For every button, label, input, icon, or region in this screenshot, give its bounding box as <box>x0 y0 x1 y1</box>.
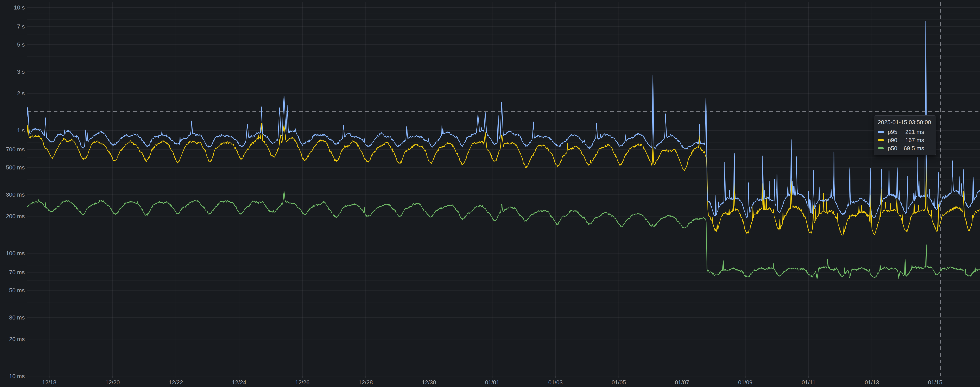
x-tick-label: 01/15 <box>928 379 942 386</box>
x-tick-label: 12/30 <box>422 379 436 386</box>
x-tick-label: 12/28 <box>358 379 373 386</box>
y-tick-label: 300 ms <box>6 191 25 198</box>
tooltip-row-p90: p90167 ms <box>878 136 932 144</box>
y-tick-label: 100 ms <box>6 250 25 257</box>
y-tick-label: 7 s <box>17 23 25 30</box>
y-tick-label: 3 s <box>17 68 25 75</box>
y-tick-label: 20 ms <box>9 336 25 343</box>
y-tick-label: 50 ms <box>9 287 25 293</box>
crosshair-layer <box>27 2 980 376</box>
y-tick-label: 10 ms <box>9 373 25 379</box>
y-tick-label: 500 ms <box>6 164 25 171</box>
tooltip-row-p95: p95221 ms <box>878 128 932 136</box>
y-tick-label: 200 ms <box>6 213 25 219</box>
x-tick-label: 01/09 <box>738 379 752 386</box>
series-line-p50 <box>27 191 980 279</box>
series-layer <box>27 21 980 279</box>
latency-percentiles-panel: 10 s7 s5 s3 s2 s1 s700 ms500 ms300 ms200… <box>0 0 980 387</box>
series-line-p90 <box>27 123 980 235</box>
series-line-p95 <box>27 21 980 218</box>
y-tick-label: 2 s <box>17 90 25 97</box>
y-tick-label: 700 ms <box>6 146 25 153</box>
x-tick-label: 01/03 <box>548 379 563 386</box>
x-tick-label: 12/18 <box>42 379 56 386</box>
series-color-swatch-icon <box>878 139 884 141</box>
tooltip-series-value: 167 ms <box>905 137 924 144</box>
tooltip-series-label: p90 <box>888 137 897 144</box>
tooltip-series-value: 221 ms <box>905 128 924 135</box>
chart-canvas[interactable]: 10 s7 s5 s3 s2 s1 s700 ms500 ms300 ms200… <box>0 0 980 387</box>
tooltip-series-label: p95 <box>888 128 897 135</box>
x-tick-label: 01/07 <box>675 379 689 386</box>
tooltip-row-p50: p5069.5 ms <box>878 144 932 152</box>
x-tick-label: 12/26 <box>295 379 309 386</box>
y-tick-label: 30 ms <box>9 314 25 321</box>
x-tick-label: 12/22 <box>169 379 183 386</box>
tooltip-series-label: p50 <box>888 145 897 152</box>
grid-layer <box>27 2 980 378</box>
y-tick-label: 1 s <box>17 127 25 134</box>
series-color-swatch-icon <box>878 148 884 149</box>
x-tick-label: 12/24 <box>232 379 246 386</box>
x-tick-label: 01/11 <box>802 379 815 386</box>
x-tick-label: 01/13 <box>865 379 879 386</box>
tooltip-rows: p95221 msp90167 msp5069.5 ms <box>878 128 932 152</box>
y-tick-label: 5 s <box>17 41 25 48</box>
x-tick-label: 12/20 <box>105 379 120 386</box>
tooltip-series-value: 69.5 ms <box>904 145 924 152</box>
tooltip-timestamp: 2025-01-15 03:50:00 <box>878 119 932 126</box>
y-tick-label: 10 s <box>14 4 25 11</box>
series-color-swatch-icon <box>878 131 884 133</box>
x-tick-label: 01/05 <box>612 379 626 386</box>
x-tick-label: 01/01 <box>485 379 500 386</box>
hover-tooltip: 2025-01-15 03:50:00 p95221 msp90167 msp5… <box>874 116 936 155</box>
y-tick-label: 70 ms <box>9 269 25 276</box>
